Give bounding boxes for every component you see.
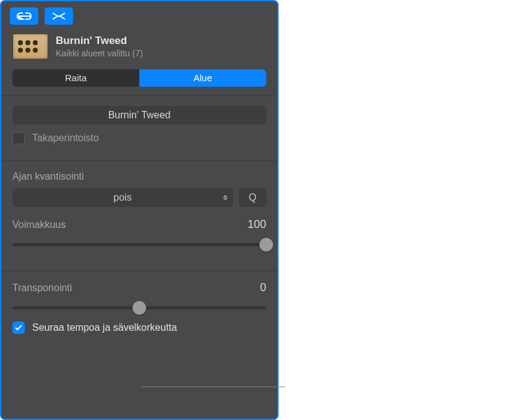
slider-track	[12, 243, 266, 247]
transpose-row: Transponointi 0	[12, 281, 266, 294]
slider-knob[interactable]	[259, 238, 273, 252]
quantize-label: Ajan kvantisointi	[12, 171, 266, 182]
transpose-section: Transponointi 0 Seuraa tempoa ja sävelko…	[1, 271, 277, 341]
strength-label: Voimakkuus	[12, 219, 66, 230]
quantize-section: Ajan kvantisointi pois Q Voimakkuus 100	[1, 161, 277, 262]
segmented-track[interactable]: Raita	[12, 69, 139, 87]
follow-tempo-row: Seuraa tempoa ja sävelkorkeutta	[12, 322, 266, 334]
link-button[interactable]	[10, 7, 38, 25]
strength-slider[interactable]	[12, 237, 266, 252]
transpose-slider[interactable]	[12, 300, 266, 315]
track-thumbnail[interactable]	[12, 33, 48, 59]
strength-value: 100	[248, 218, 266, 231]
quantize-apply-button[interactable]: Q	[239, 188, 266, 207]
track-header: Burnin' Tweed Kaikki alueet valittu (7)	[1, 28, 277, 66]
follow-tempo-label: Seuraa tempoa ja sävelkorkeutta	[32, 322, 177, 333]
track-subtitle: Kaikki alueet valittu (7)	[56, 48, 143, 58]
slider-knob[interactable]	[132, 301, 146, 315]
inspector-panel: Burnin' Tweed Kaikki alueet valittu (7) …	[0, 0, 279, 420]
track-title: Burnin' Tweed	[56, 35, 143, 47]
reverse-label: Takaperintoisto	[32, 133, 99, 144]
callout-line	[141, 387, 285, 387]
strength-row: Voimakkuus 100	[12, 218, 266, 231]
transpose-label: Transponointi	[12, 282, 72, 294]
top-toolbar	[1, 1, 277, 28]
reverse-playback-row: Takaperintoisto	[12, 132, 266, 144]
quantize-select[interactable]: pois	[12, 188, 233, 207]
quantize-value: pois	[113, 192, 131, 203]
collapse-button[interactable]	[45, 7, 73, 25]
follow-tempo-checkbox[interactable]	[12, 322, 25, 334]
select-arrows-icon	[223, 195, 228, 201]
transpose-value: 0	[260, 281, 266, 294]
region-name-field[interactable]: Burnin' Tweed	[12, 106, 266, 125]
track-region-segmented: Raita Alue	[12, 69, 266, 87]
svg-point-0	[58, 15, 60, 17]
reverse-checkbox[interactable]	[12, 132, 25, 144]
region-name-section: Burnin' Tweed Takaperintoisto	[1, 96, 277, 152]
segmented-region[interactable]: Alue	[139, 69, 266, 87]
